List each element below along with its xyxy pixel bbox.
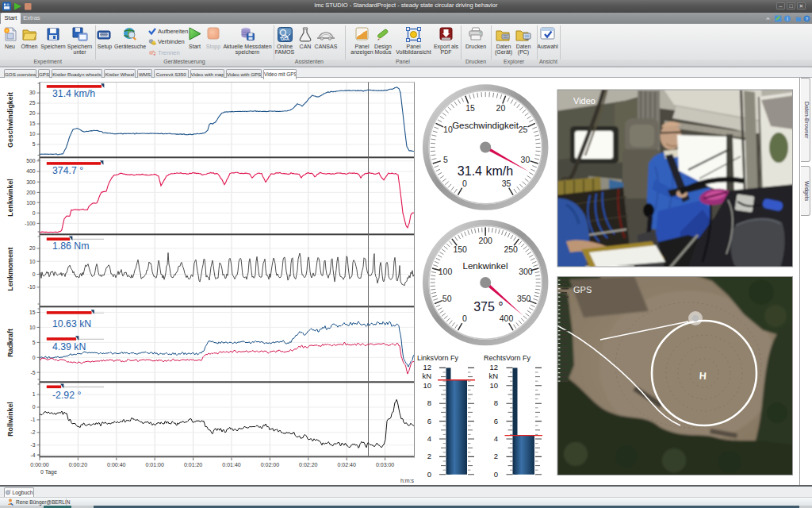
svg-text:-10: -10 bbox=[28, 284, 36, 290]
svg-text:30: 30 bbox=[29, 90, 36, 95]
svg-text:kN: kN bbox=[488, 371, 498, 380]
svg-text:2: 2 bbox=[494, 452, 498, 460]
svg-text:300: 300 bbox=[519, 267, 533, 276]
svg-text:GPS: GPS bbox=[573, 285, 592, 294]
svg-text:20: 20 bbox=[29, 110, 36, 116]
svg-text:0:02:00: 0:02:00 bbox=[261, 462, 279, 468]
svg-text:10: 10 bbox=[29, 259, 36, 264]
svg-text:Video: Video bbox=[573, 96, 596, 106]
svg-text:12: 12 bbox=[489, 363, 498, 371]
svg-text:4.39 kN: 4.39 kN bbox=[52, 341, 86, 352]
svg-text:i: i bbox=[787, 16, 787, 21]
svg-text:0: 0 bbox=[462, 179, 467, 188]
svg-text:10: 10 bbox=[423, 381, 431, 390]
svg-text:5: 5 bbox=[33, 340, 36, 345]
svg-text:10: 10 bbox=[29, 325, 36, 330]
svg-text:12: 12 bbox=[423, 363, 431, 371]
svg-text:25: 25 bbox=[29, 100, 36, 106]
svg-text:-5: -5 bbox=[30, 370, 35, 375]
svg-text:0:02:20: 0:02:20 bbox=[299, 462, 317, 468]
svg-text:31.4 km/h: 31.4 km/h bbox=[458, 164, 513, 178]
svg-text:350: 350 bbox=[517, 294, 531, 303]
svg-text:0:01:00: 0:01:00 bbox=[146, 462, 164, 468]
svg-text:-4: -4 bbox=[30, 452, 35, 458]
svg-text:250: 250 bbox=[504, 244, 518, 254]
svg-text:4: 4 bbox=[427, 434, 431, 443]
svg-text:20: 20 bbox=[496, 103, 506, 113]
svg-text:100: 100 bbox=[439, 267, 453, 276]
svg-text:LinksVorn Fy: LinksVorn Fy bbox=[417, 354, 459, 362]
svg-text:h:m:s: h:m:s bbox=[400, 478, 415, 483]
svg-text:-100: -100 bbox=[25, 221, 36, 226]
svg-text:H: H bbox=[699, 371, 707, 383]
svg-text:Geschwindigkeit: Geschwindigkeit bbox=[452, 121, 519, 130]
svg-text:5: 5 bbox=[33, 141, 36, 147]
svg-text:5: 5 bbox=[443, 155, 448, 164]
svg-text:400: 400 bbox=[500, 314, 514, 323]
svg-text:0:01:20: 0:01:20 bbox=[184, 462, 202, 468]
svg-text:8: 8 bbox=[427, 398, 431, 407]
svg-text:Lenkwinkel: Lenkwinkel bbox=[6, 179, 14, 216]
svg-text:Rollwinkel: Rollwinkel bbox=[6, 402, 14, 437]
svg-text:35: 35 bbox=[502, 179, 511, 188]
svg-text:RechtsVorn Fy: RechtsVorn Fy bbox=[484, 354, 531, 362]
svg-text:500: 500 bbox=[26, 158, 36, 164]
svg-text:-2: -2 bbox=[30, 429, 35, 435]
svg-text:0: 0 bbox=[462, 314, 467, 323]
svg-text:Lenkwinkel: Lenkwinkel bbox=[463, 261, 508, 271]
svg-text:20: 20 bbox=[29, 245, 36, 251]
svg-text:0: 0 bbox=[33, 210, 36, 216]
svg-text:10: 10 bbox=[29, 131, 36, 137]
svg-text:0:01:40: 0:01:40 bbox=[222, 462, 240, 468]
svg-text:150: 150 bbox=[453, 244, 467, 254]
svg-text:0:02:40: 0:02:40 bbox=[338, 462, 356, 468]
svg-text:0: 0 bbox=[33, 271, 36, 277]
svg-text:31.4 km/h: 31.4 km/h bbox=[52, 88, 95, 99]
svg-text:30: 30 bbox=[521, 155, 530, 164]
svg-text:10: 10 bbox=[443, 125, 453, 134]
svg-text:4: 4 bbox=[494, 434, 498, 443]
svg-text:-3: -3 bbox=[30, 442, 35, 448]
svg-text:100: 100 bbox=[26, 200, 36, 206]
svg-text:50: 50 bbox=[442, 294, 452, 303]
svg-text:kN: kN bbox=[422, 371, 431, 380]
svg-text:0:00:40: 0:00:40 bbox=[107, 462, 125, 468]
svg-text:15: 15 bbox=[29, 121, 36, 126]
svg-text:1.86 Nm: 1.86 Nm bbox=[52, 241, 89, 252]
svg-text:0: 0 bbox=[33, 404, 36, 410]
svg-text:300: 300 bbox=[26, 179, 36, 185]
svg-text:Geschwindigkeit: Geschwindigkeit bbox=[6, 92, 14, 148]
svg-text:15: 15 bbox=[29, 310, 36, 315]
svg-text:-2.92 °: -2.92 ° bbox=[52, 390, 81, 401]
svg-text:0:03:00: 0:03:00 bbox=[376, 462, 394, 468]
svg-text:6: 6 bbox=[494, 417, 498, 425]
svg-text:15: 15 bbox=[465, 103, 475, 113]
svg-text:0:00:20: 0:00:20 bbox=[69, 462, 87, 468]
svg-text:-1: -1 bbox=[30, 417, 35, 422]
svg-text:0:00:00: 0:00:00 bbox=[30, 462, 48, 468]
svg-text:400: 400 bbox=[26, 168, 36, 174]
svg-text:0: 0 bbox=[427, 470, 431, 479]
svg-text:2: 2 bbox=[427, 452, 431, 460]
svg-text:200: 200 bbox=[478, 236, 492, 245]
svg-text:200: 200 bbox=[26, 190, 36, 195]
svg-text:6: 6 bbox=[427, 417, 431, 425]
svg-text:375 °: 375 ° bbox=[473, 300, 504, 314]
svg-text:25: 25 bbox=[519, 125, 528, 134]
svg-text:Lenkmoment: Lenkmoment bbox=[6, 248, 14, 291]
svg-text:8: 8 bbox=[494, 398, 498, 407]
svg-text:10: 10 bbox=[489, 381, 498, 390]
svg-text:10.63 kN: 10.63 kN bbox=[52, 318, 91, 329]
svg-text:0 Tage: 0 Tage bbox=[40, 469, 57, 475]
svg-text:Radkraft: Radkraft bbox=[6, 329, 14, 357]
svg-text:0: 0 bbox=[494, 470, 498, 479]
svg-text:374.7 °: 374.7 ° bbox=[52, 165, 83, 176]
svg-text:0: 0 bbox=[33, 355, 36, 360]
svg-text:1: 1 bbox=[33, 391, 36, 397]
